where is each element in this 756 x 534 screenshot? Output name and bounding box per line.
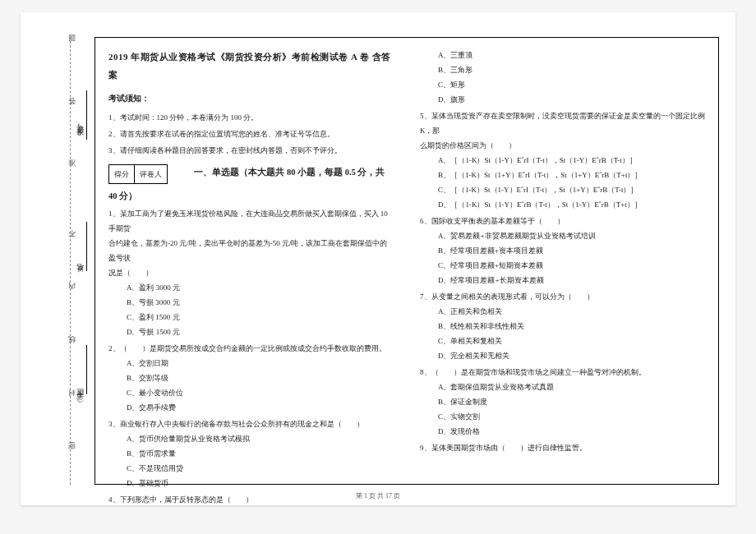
field-line bbox=[86, 222, 87, 271]
option: D、经常项目差额+长期资本差额 bbox=[420, 273, 705, 288]
option: C、经常项目差额+短期资本差额 bbox=[420, 258, 705, 273]
exam-title: 2019 年期货从业资格考试《期货投资分析》考前检测试卷 A 卷 含答案 bbox=[108, 48, 394, 84]
q-stem: 2、（ ）是期货交易所按成交合约金额的一定比例或按成交合约手数收取的费用。 bbox=[108, 341, 394, 356]
option: A、套期保值期货从业资格考试真题 bbox=[420, 380, 705, 394]
option: A、三重顶 bbox=[420, 48, 705, 62]
exam-page: 圆 答 准 不 内 线 封 密 准考证号 姓名 省（市区） 2019 年期货从业… bbox=[21, 12, 735, 505]
option: A、［（1-K）St（1-Y）EˆrI（T-t），St（1-Y）EˆrB（T-t… bbox=[420, 153, 705, 168]
option: A、交割日期 bbox=[108, 356, 394, 371]
option: B、亏损 3000 元 bbox=[108, 295, 394, 310]
option: A、盈利 3000 元 bbox=[108, 280, 394, 295]
two-column-layout: 2019 年期货从业资格考试《期货投资分析》考前检测试卷 A 卷 含答案 考试须… bbox=[95, 38, 718, 484]
q-stem: 么期货的价格区间为（ ） bbox=[420, 138, 705, 153]
option: D、交易手续费 bbox=[108, 400, 394, 415]
option: D、亏损 1500 元 bbox=[108, 325, 394, 339]
column-right: A、三重顶 B、三角形 C、矩形 D、旗形 5、某体当现货资产存在卖空限制时，没… bbox=[407, 38, 718, 484]
q-stem: 6、国际收支平衡表的基本差额等于（ ） bbox=[420, 214, 705, 228]
option: C、矩形 bbox=[420, 77, 705, 92]
question-7: 7、从变量之间相关的表现形式看，可以分为（ ） A、正相关和负相关 B、线性相关… bbox=[420, 289, 705, 363]
option: B、线性相关和非线性相关 bbox=[420, 319, 705, 334]
instruction-line: 1、考试时间：120 分钟，本卷满分为 100 分。 bbox=[108, 110, 394, 125]
q-stem: 9、某体美国期货市场由（ ）进行自律性监管。 bbox=[420, 440, 705, 455]
question-9: 9、某体美国期货市场由（ ）进行自律性监管。 bbox=[420, 440, 705, 455]
option: B、货币需求量 bbox=[108, 446, 394, 461]
q-stem: 况是（ ） bbox=[108, 265, 394, 280]
option: C、不是现信用贷 bbox=[108, 461, 394, 476]
question-6: 6、国际收支平衡表的基本差额等于（ ） A、贸易差额+非贸易差额期货从业资格考试… bbox=[420, 214, 705, 288]
instruction-line: 2、请首先按要求在试卷的指定位置填写您的姓名、准考证号等信息。 bbox=[108, 127, 394, 141]
question-1: 1、某加工商为了避免玉米现货价格风险，在大连商品交易所做买入套期保值，买入 10… bbox=[108, 206, 394, 339]
field-line bbox=[86, 90, 87, 140]
content-frame: 2019 年期货从业资格考试《期货投资分析》考前检测试卷 A 卷 含答案 考试须… bbox=[94, 37, 719, 485]
q-stem: 3、商业银行存入中央银行的储备存款与社会公众所持有的现金之和是（ ） bbox=[108, 417, 394, 431]
option: B、交割等级 bbox=[108, 371, 394, 385]
option: D、［（1-K）St（1-Y）EˆrB（T-t），St（1-Y）EˆrB（T+t… bbox=[420, 197, 705, 212]
score-box: 得分 评卷人 bbox=[108, 164, 168, 184]
option: C、实物交割 bbox=[420, 409, 705, 424]
instruction-line: 3、请仔细阅读各种题目的回答要求，在密封线内答题，否则不予评分。 bbox=[108, 143, 394, 158]
score-row: 得分 评卷人 一、单选题（本大题共 80 小题，每题 0.5 分，共 40 分） bbox=[108, 159, 394, 205]
question-2: 2、（ ）是期货交易所按成交合约金额的一定比例或按成交合约手数收取的费用。 A、… bbox=[108, 341, 394, 415]
option: B、经常项目差额+资本项目差额 bbox=[420, 243, 705, 258]
option: B、三角形 bbox=[420, 62, 705, 77]
field-admission-no: 准考证号 bbox=[75, 136, 85, 142]
question-8: 8、（ ）是在期货市场和现货市场之间建立一种盈亏对冲的机制。 A、套期保值期货从… bbox=[420, 365, 705, 439]
notice-heading: 考试须知： bbox=[108, 90, 394, 107]
option: C、单相关和复相关 bbox=[420, 334, 705, 348]
option: B、保证金制度 bbox=[420, 394, 705, 409]
option: D、旗形 bbox=[420, 92, 705, 107]
question-5: 5、某体当现货资产存在卖空限制时，没卖空现货需要的保证金是卖空量的一个固定比例 … bbox=[420, 108, 705, 212]
binding-dashed-line bbox=[70, 37, 71, 485]
option: D、基础货币 bbox=[108, 476, 394, 490]
option: D、发现价格 bbox=[420, 424, 705, 439]
option: A、正相关和负相关 bbox=[420, 304, 705, 319]
q-stem: 合约建仓，基差为-20 元/吨，卖出平仓时的基差为-50 元/吨，该加工商在套期… bbox=[108, 236, 394, 265]
grader-label: 评卷人 bbox=[135, 165, 167, 183]
page-footer: 第 1 页 共 17 页 bbox=[21, 491, 735, 500]
field-name: 姓名 bbox=[75, 275, 85, 279]
q-stem: 5、某体当现货资产存在卖空限制时，没卖空现货需要的保证金是卖空量的一个固定比例 … bbox=[420, 108, 705, 138]
option: C、［（1-K）St（1-Y）EˆrI（T-t），St（1+Y）EˆrB（T-t… bbox=[420, 182, 705, 197]
field-line bbox=[86, 345, 87, 394]
option: B、［（1-K）St（1+Y）EˆrI（T-t），St（1+Y）EˆrB（T+t… bbox=[420, 168, 705, 182]
q-stem: 7、从变量之间相关的表现形式看，可以分为（ ） bbox=[420, 289, 705, 304]
option: A、货币供给量期货从业资格考试模拟 bbox=[108, 431, 394, 446]
column-left: 2019 年期货从业资格考试《期货投资分析》考前检测试卷 A 卷 含答案 考试须… bbox=[95, 38, 407, 484]
option: A、贸易差额+非贸易差额期货从业资格考试培训 bbox=[420, 228, 705, 243]
score-label: 得分 bbox=[109, 165, 135, 183]
field-province: 省（市区） bbox=[75, 398, 85, 407]
question-3: 3、商业银行存入中央银行的储备存款与社会公众所持有的现金之和是（ ） A、货币供… bbox=[108, 417, 394, 490]
option: D、完全相关和无相关 bbox=[420, 348, 705, 363]
q-stem: 8、（ ）是在期货市场和现货市场之间建立一种盈亏对冲的机制。 bbox=[420, 365, 705, 380]
option: C、盈利 1500 元 bbox=[108, 310, 394, 325]
option: C、最小变动价位 bbox=[108, 385, 394, 400]
q-stem: 1、某加工商为了避免玉米现货价格风险，在大连商品交易所做买入套期保值，买入 10… bbox=[108, 206, 394, 236]
